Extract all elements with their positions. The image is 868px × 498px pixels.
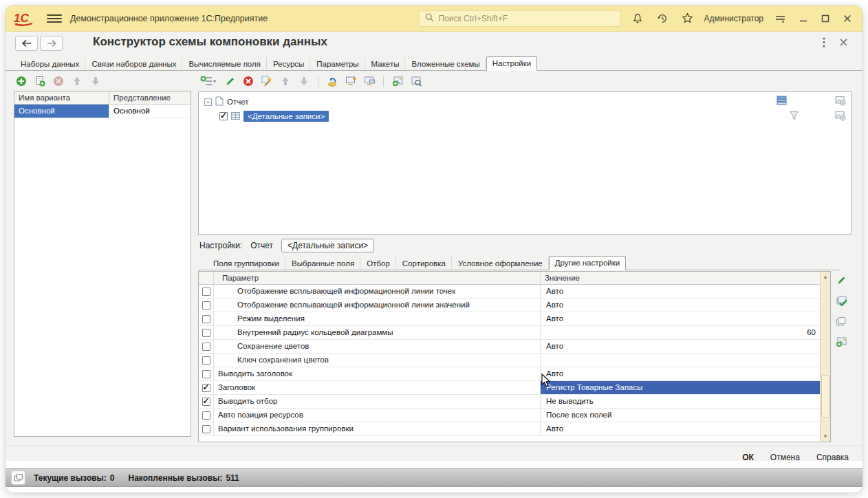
global-search-input[interactable]: Поиск Ctrl+Shift+F: [419, 10, 621, 27]
tree-item-label[interactable]: <Детальные записи>: [243, 111, 329, 122]
settings-tab[interactable]: Другие настройки: [549, 256, 626, 270]
ok-button[interactable]: ОК: [741, 451, 755, 464]
copy-variant-icon[interactable]: [34, 75, 46, 87]
param-row[interactable]: Режим выделенияАвто: [199, 312, 820, 326]
scroll-up-icon[interactable]: ▲: [821, 272, 830, 282]
param-checkbox-cell[interactable]: [199, 395, 214, 408]
delete-setting-item-icon[interactable]: [242, 75, 254, 87]
bell-icon[interactable]: [629, 10, 646, 27]
main-tab[interactable]: Настройки: [486, 56, 537, 71]
collapse-icon[interactable]: −: [204, 98, 212, 106]
form-close-icon[interactable]: [840, 37, 847, 48]
check-item-icon[interactable]: [345, 75, 357, 87]
param-value-cell[interactable]: Регистр Товарные Запасы: [541, 381, 820, 394]
breadcrumb-report[interactable]: Отчет: [248, 239, 276, 252]
tree-row-detail-records[interactable]: <Детальные записи>: [219, 111, 329, 122]
preview-output-icon[interactable]: [410, 75, 422, 87]
param-checkbox[interactable]: [202, 329, 210, 337]
param-checkbox[interactable]: [202, 301, 210, 310]
set-parameter-value-icon[interactable]: [835, 294, 847, 307]
param-row[interactable]: Выводить отборНе выводить: [199, 395, 820, 409]
add-setting-item-icon[interactable]: [199, 75, 217, 87]
star-icon[interactable]: [679, 10, 695, 27]
param-value-cell[interactable]: Авто: [541, 285, 820, 298]
param-checkbox-cell[interactable]: [199, 299, 214, 312]
param-name-cell[interactable]: Выводить отбор: [214, 395, 541, 408]
performance-indicator-icon[interactable]: [11, 470, 25, 485]
param-row[interactable]: Отображение всплывающей информационной л…: [199, 299, 820, 312]
param-checkbox-cell[interactable]: [199, 367, 214, 380]
add-output-parameter-icon[interactable]: [835, 336, 847, 348]
param-checkbox-cell[interactable]: [199, 326, 214, 339]
move-up-icon-disabled[interactable]: [71, 75, 83, 87]
main-tab[interactable]: Вычисляемые поля: [182, 57, 267, 70]
param-checkbox[interactable]: [202, 425, 210, 433]
main-tab[interactable]: Наборы данных: [14, 57, 85, 70]
add-variant-icon[interactable]: [15, 75, 28, 87]
edit-setting-item-icon[interactable]: [224, 75, 236, 87]
param-checkbox[interactable]: [202, 343, 210, 351]
edit-parameter-icon[interactable]: [835, 274, 847, 286]
tree-row-report[interactable]: − Отчет: [204, 96, 249, 107]
param-name-cell[interactable]: Ключ сохранения цветов: [214, 354, 541, 367]
param-name-cell[interactable]: Вариант использования группировки: [214, 422, 541, 435]
main-tab[interactable]: Связи наборов данных: [85, 57, 182, 70]
param-checkbox[interactable]: [202, 411, 210, 420]
param-checkbox[interactable]: [202, 370, 210, 378]
param-value-cell[interactable]: [541, 354, 820, 367]
column-header-parameter[interactable]: Параметр: [214, 272, 541, 284]
param-checkbox[interactable]: [202, 398, 210, 406]
param-checkbox-cell[interactable]: [199, 354, 214, 367]
output-parameters-icon[interactable]: [835, 96, 846, 106]
variant-name-cell[interactable]: Основной: [14, 105, 109, 118]
param-row[interactable]: Внутренний радиус кольцевой диаграммы60: [199, 326, 820, 340]
detail-records-checkbox[interactable]: [219, 112, 228, 120]
maximize-button[interactable]: [818, 12, 832, 25]
param-checkbox[interactable]: [202, 288, 210, 296]
settings-tab[interactable]: Выбранные поля: [285, 257, 360, 270]
param-checkbox[interactable]: [202, 384, 210, 392]
output-parameters-icon[interactable]: [835, 111, 846, 121]
clear-parameter-value-icon[interactable]: [835, 315, 847, 327]
main-tab[interactable]: Макеты: [365, 57, 406, 70]
params-scrollbar[interactable]: ▲ ▼: [820, 272, 830, 442]
back-button[interactable]: [15, 36, 38, 51]
param-value-cell[interactable]: Не выводить: [541, 395, 820, 408]
param-row[interactable]: Вариант использования группировкиАвто: [199, 422, 820, 436]
param-value-cell[interactable]: После всех полей: [541, 409, 820, 422]
param-row[interactable]: Сохранение цветовАвто: [199, 340, 820, 354]
move-item-down-icon-disabled[interactable]: [298, 75, 310, 87]
filter-icon[interactable]: [789, 111, 799, 120]
param-checkbox[interactable]: [202, 356, 210, 365]
minimize-button[interactable]: [796, 12, 810, 25]
close-button[interactable]: [840, 12, 854, 25]
item-output-icon[interactable]: [363, 75, 376, 87]
param-value-cell[interactable]: Авто: [541, 367, 820, 380]
param-row[interactable]: Выводить заголовокАвто: [199, 367, 820, 381]
param-checkbox-cell[interactable]: [199, 340, 214, 353]
param-checkbox[interactable]: [202, 315, 210, 323]
current-user[interactable]: Администратор: [704, 14, 763, 23]
settings-wizard-icon[interactable]: [261, 75, 273, 87]
settings-tab[interactable]: Отбор: [360, 257, 396, 270]
param-value-cell[interactable]: Авто: [541, 312, 820, 325]
variant-row[interactable]: ОсновнойОсновной: [14, 105, 191, 118]
main-menu-icon[interactable]: [47, 12, 62, 25]
delete-variant-icon-disabled[interactable]: [52, 75, 65, 87]
param-name-cell[interactable]: Заголовок: [214, 381, 541, 394]
settings-tab[interactable]: Сортировка: [396, 257, 452, 270]
param-value-cell[interactable]: Авто: [541, 299, 820, 312]
grouping-fields-icon[interactable]: [777, 96, 787, 105]
main-tab[interactable]: Ресурсы: [267, 57, 310, 70]
group-items-icon[interactable]: [326, 75, 338, 87]
param-checkbox-cell[interactable]: [199, 422, 214, 435]
scroll-down-icon[interactable]: ▼: [821, 431, 830, 442]
param-row[interactable]: Ключ сохранения цветов: [199, 354, 820, 367]
column-header-variant-name[interactable]: Имя варианта: [14, 91, 109, 104]
param-row[interactable]: Авто позиция ресурсовПосле всех полей: [199, 409, 820, 422]
param-checkbox-cell[interactable]: [199, 285, 214, 298]
param-name-cell[interactable]: Внутренний радиус кольцевой диаграммы: [214, 326, 541, 339]
history-icon[interactable]: [654, 10, 671, 27]
param-checkbox-cell[interactable]: [199, 381, 214, 394]
param-row[interactable]: Отображение всплывающей информационной л…: [199, 285, 820, 299]
